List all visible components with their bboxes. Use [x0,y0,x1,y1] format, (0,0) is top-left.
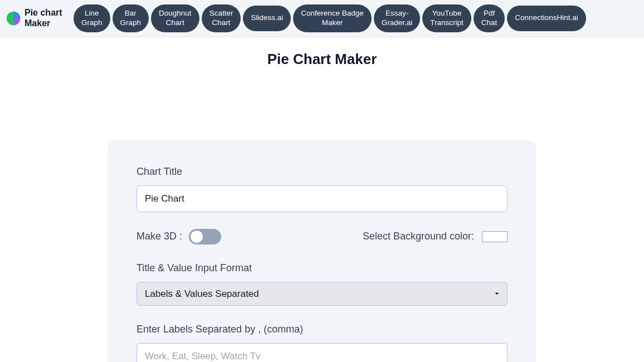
input-format-select[interactable]: Labels & Values Separated [136,282,508,306]
make-3d-label: Make 3D : [136,231,182,242]
page-title: Pie Chart Maker [0,51,644,68]
brand-name: Pie chart Maker [25,8,68,28]
nav-connectionshint-ai[interactable]: ConnectionsHint.ai [507,6,586,31]
labels-label: Enter Labels Separated by , (comma) [136,324,508,335]
input-format-section: Title & Value Input Format Labels & Valu… [136,262,508,306]
make-3d-group: Make 3D : [136,229,221,244]
toggle-knob [191,231,203,243]
chart-title-input[interactable] [136,185,508,212]
form-card: Chart Title Make 3D : Select Background … [108,140,536,362]
input-format-label: Title & Value Input Format [136,262,508,274]
top-header: Pie chart Maker Line Graph Bar Graph Dou… [0,0,644,37]
nav-youtube-transcript[interactable]: YouTube Transcript [422,4,471,32]
labels-input[interactable] [136,343,508,362]
nav-slidess-ai[interactable]: Slidess.ai [243,6,291,31]
bg-color-picker[interactable] [482,231,508,242]
pie-logo-icon [6,11,21,26]
nav-scatter-chart[interactable]: Scatter Chart [202,4,241,32]
nav-doughnut-chart[interactable]: Doughnut Chart [151,4,199,32]
nav-essay-grader-ai[interactable]: Essay- Grader.ai [374,4,421,32]
nav-line-graph[interactable]: Line Graph [74,4,110,32]
nav-pdf-chat[interactable]: Pdf Chat [474,4,505,32]
brand[interactable]: Pie chart Maker [6,8,68,28]
chart-title-label: Chart Title [136,166,508,178]
labels-section: Enter Labels Separated by , (comma) [136,324,508,362]
nav-conference-badge-maker[interactable]: Conference Badge Maker [293,4,372,32]
bg-color-group: Select Background color: [363,231,508,242]
nav-bar-graph[interactable]: Bar Graph [113,4,149,32]
bg-color-label: Select Background color: [363,231,474,242]
row-3d-bg: Make 3D : Select Background color: [136,229,508,244]
make-3d-toggle[interactable] [189,229,221,244]
